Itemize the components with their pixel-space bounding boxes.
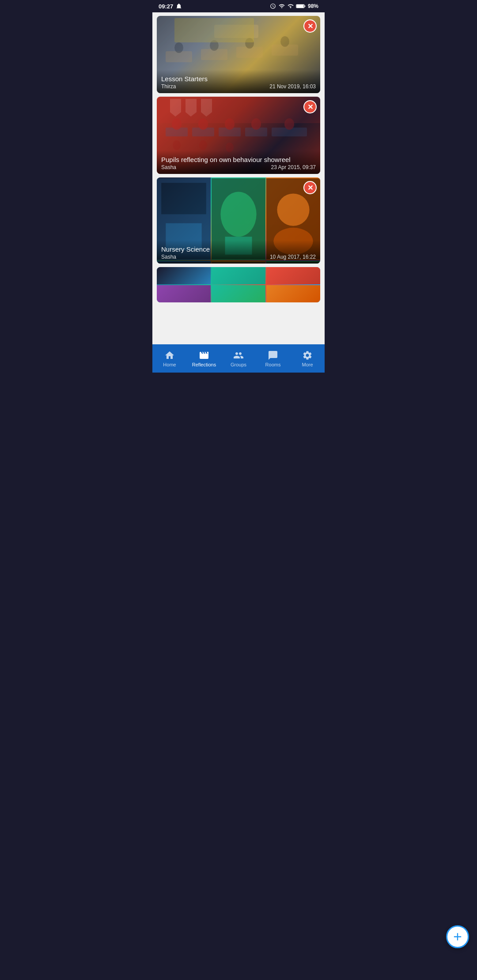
card-2-date: 23 Apr 2015, 09:37 — [271, 164, 316, 170]
notification-icon — [176, 3, 182, 9]
nav-reflections-label: Reflections — [192, 362, 216, 367]
svg-point-28 — [284, 118, 294, 130]
svg-rect-1 — [304, 5, 305, 7]
video-card-4[interactable] — [157, 267, 320, 302]
status-bar: 09:27 98% — [152, 0, 325, 12]
card-2-meta: Sasha 23 Apr 2015, 09:37 — [161, 164, 316, 170]
thumb4-cell-6 — [266, 285, 320, 302]
video-card-2[interactable]: ✕ Pupils reflecting on own behaviour sho… — [157, 97, 320, 174]
thumb4-cell-5 — [212, 285, 265, 302]
close-card-2-button[interactable]: ✕ — [303, 100, 317, 113]
svg-point-29 — [173, 140, 181, 150]
video-card-1[interactable]: ✕ Lesson Starters Thirza 21 Nov 2019, 16… — [157, 16, 320, 93]
card-2-author: Sasha — [161, 164, 176, 170]
svg-point-30 — [199, 140, 207, 150]
svg-rect-33 — [161, 183, 206, 214]
signal-icon — [288, 3, 294, 9]
svg-point-27 — [251, 118, 261, 130]
nav-rooms[interactable]: Rooms — [256, 344, 290, 373]
card-3-meta: Sasha 10 Aug 2017, 16:22 — [161, 254, 316, 260]
svg-point-12 — [280, 36, 289, 47]
close-card-1-button[interactable]: ✕ — [303, 19, 317, 33]
svg-rect-2 — [296, 5, 303, 8]
rooms-icon — [268, 350, 278, 361]
battery-icon — [296, 4, 306, 9]
card-2-title: Pupils reflecting on own behaviour showr… — [161, 156, 316, 163]
nav-more[interactable]: More — [290, 344, 325, 373]
thumb4-cell-4 — [157, 285, 211, 302]
nav-reflections[interactable]: Reflections — [187, 344, 221, 373]
reflections-icon — [199, 350, 209, 361]
close-card-3-button[interactable]: ✕ — [303, 181, 317, 194]
status-icons: 98% — [270, 3, 318, 9]
video-list: ✕ Lesson Starters Thirza 21 Nov 2019, 16… — [152, 12, 325, 344]
card-2-overlay: Pupils reflecting on own behaviour showr… — [157, 151, 320, 174]
status-time-area: 09:27 — [159, 3, 182, 10]
svg-rect-15 — [157, 97, 320, 123]
svg-point-25 — [198, 118, 208, 130]
battery-percent: 98% — [308, 3, 318, 9]
nav-home[interactable]: Home — [152, 344, 187, 373]
time-display: 09:27 — [159, 3, 173, 10]
card-1-overlay: Lesson Starters Thirza 21 Nov 2019, 16:0… — [157, 70, 320, 93]
groups-icon — [233, 350, 244, 361]
thumb4-cell-1 — [157, 267, 211, 284]
wifi-icon — [278, 3, 285, 9]
thumb4-cell-2 — [212, 267, 265, 284]
nav-groups[interactable]: Groups — [221, 344, 256, 373]
card-3-title: Nursery Science — [161, 245, 316, 253]
bottom-navigation: Home Reflections Groups Rooms More — [152, 344, 325, 373]
card-3-overlay: Nursery Science Sasha 10 Aug 2017, 16:22 — [157, 240, 320, 264]
card-3-date: 10 Aug 2017, 16:22 — [270, 254, 316, 260]
svg-point-36 — [220, 192, 256, 237]
svg-rect-13 — [174, 18, 254, 42]
svg-point-26 — [225, 118, 235, 130]
more-icon — [302, 350, 313, 361]
nav-home-label: Home — [163, 362, 176, 367]
home-icon — [164, 350, 175, 361]
svg-point-24 — [172, 118, 182, 130]
card-1-title: Lesson Starters — [161, 75, 316, 83]
nav-rooms-label: Rooms — [265, 362, 281, 367]
nav-groups-label: Groups — [231, 362, 246, 367]
svg-point-9 — [174, 42, 183, 53]
nav-more-label: More — [302, 362, 313, 367]
card-1-meta: Thirza 21 Nov 2019, 16:03 — [161, 83, 316, 90]
card-1-author: Thirza — [161, 83, 176, 90]
video-card-3[interactable]: ✕ Nursery Science Sasha 10 Aug 2017, 16:… — [157, 177, 320, 264]
alarm-icon — [270, 3, 276, 9]
svg-point-39 — [277, 194, 309, 226]
card-1-date: 21 Nov 2019, 16:03 — [269, 83, 316, 90]
thumb4-cell-3 — [266, 267, 320, 284]
card-3-author: Sasha — [161, 254, 176, 260]
